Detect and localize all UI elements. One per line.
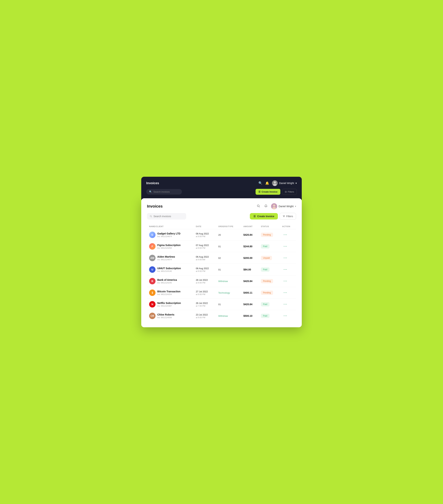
create-invoice-label: Create Invoice (257, 215, 274, 218)
toolbar: ☰ Create Invoice Filters (147, 213, 296, 220)
orders-value-4[interactable]: Withdraw (218, 280, 228, 283)
dark-user-chip[interactable]: Daniel Wright ▾ (272, 180, 297, 186)
cell-amount-5: $400.11 (241, 287, 259, 299)
cell-amount-6: $420.84 (241, 299, 259, 310)
dark-bell-icon: 🔔 (265, 181, 269, 185)
cell-date-5: 27 Jul 2022 at 8:00 PM (194, 287, 216, 299)
action-button-2[interactable]: ··· (282, 255, 289, 261)
create-invoice-icon: ☰ (253, 215, 256, 218)
dark-toolbar: 🔍 Search invoices ☰ Create Invoice ⊟ Fil… (146, 189, 297, 195)
dark-search-magnifier: 🔍 (149, 190, 152, 193)
client-logo-0: G (149, 232, 155, 238)
client-inv-1: Inv: MGL524250 (157, 247, 181, 249)
search-box[interactable] (147, 213, 186, 219)
client-inv-4: Inv: MGL524245 (157, 282, 177, 284)
invoice-time-6: at 7:00 PM (196, 305, 214, 307)
table-row: AM Aiden Martinez Inv: MGL524874 06 Aug … (147, 252, 296, 264)
search-icon-button[interactable] (256, 204, 261, 209)
cell-amount-1: $244.80 (241, 241, 259, 252)
page-title: Invoices (147, 204, 163, 209)
cell-orders-6: 01 (216, 299, 241, 310)
search-input[interactable] (153, 215, 183, 218)
orders-value-0: 20 (218, 234, 221, 236)
client-inv-0: Inv: MGL524874 (157, 235, 180, 237)
status-badge-3: Paid (261, 267, 270, 272)
invoice-time-1: at 8:00 PM (196, 247, 214, 249)
invoice-time-5: at 8:00 PM (196, 293, 214, 295)
cell-orders-5[interactable]: Technology (216, 287, 241, 299)
invoice-date-3: 06 Aug 2022 (196, 267, 214, 270)
cell-action-0[interactable]: ··· (280, 229, 296, 241)
client-inv-6: Inv: MGL524487 (157, 305, 181, 307)
action-button-5[interactable]: ··· (282, 290, 289, 295)
cell-name-5: ₿ Bitcoin Transaction Inv: MGL524254 (147, 287, 194, 299)
status-badge-1: Paid (261, 244, 270, 249)
search-icon (257, 204, 260, 208)
cell-date-7: 23 Jul 2022 at 8:00 PM (194, 310, 216, 322)
table-row: N Netflix Subscription Inv: MGL524487 26… (147, 299, 296, 310)
invoice-amount-4: $420.84 (243, 280, 252, 283)
filters-label: Filters (286, 215, 293, 218)
dark-filter-icon: ⊟ (285, 190, 287, 193)
cell-action-1[interactable]: ··· (280, 241, 296, 252)
create-invoice-button[interactable]: ☰ Create Invoice (250, 213, 278, 219)
client-name-4: Bank of America (157, 278, 177, 281)
cell-date-4: 28 Jul 2022 at 8:00 PM (194, 275, 216, 287)
cell-action-3[interactable]: ··· (280, 264, 296, 275)
bell-icon-button[interactable] (264, 204, 268, 209)
cell-date-6: 26 Jul 2022 at 7:00 PM (194, 299, 216, 310)
orders-value-2: 02 (218, 257, 221, 259)
user-avatar (271, 203, 277, 209)
cell-orders-4[interactable]: Withdraw (216, 275, 241, 287)
col-date: DATE (194, 224, 216, 229)
filters-button[interactable]: Filters (280, 213, 296, 220)
cell-status-6: Paid (259, 299, 280, 310)
cell-action-6[interactable]: ··· (280, 299, 296, 310)
dark-search-box[interactable]: 🔍 Search invoices (146, 189, 182, 195)
invoice-table-body: G Gadget Gallery LTD Inv: MGL524874 08 A… (147, 229, 296, 322)
client-name-2: Aiden Martinez (157, 255, 175, 258)
cell-orders-3: 01 (216, 264, 241, 275)
dark-filters-label: Filters (288, 190, 294, 193)
client-name-6: Netflix Subscription (157, 302, 181, 305)
table-row: CR Chloe Roberts Inv: MGL524598 23 Jul 2… (147, 310, 296, 322)
action-button-6[interactable]: ··· (282, 302, 289, 307)
table-header: NAME/CLIENT DATE ORDERS/TYPE AMOUNT STAT… (147, 224, 296, 229)
cell-action-7[interactable]: ··· (280, 310, 296, 322)
invoice-time-0: at 8:00 PM (196, 235, 214, 237)
orders-value-7[interactable]: Withdraw (218, 315, 228, 317)
toolbar-right: ☰ Create Invoice Filters (250, 213, 296, 220)
cell-orders-0: 20 (216, 229, 241, 241)
dark-user-name: Daniel Wright (279, 182, 294, 185)
cell-orders-1: 01 (216, 241, 241, 252)
cell-action-2[interactable]: ··· (280, 252, 296, 264)
client-name-0: Gadget Gallery LTD (157, 232, 180, 235)
cell-status-7: Paid (259, 310, 280, 322)
cell-action-5[interactable]: ··· (280, 287, 296, 299)
svg-point-2 (257, 205, 259, 207)
user-chip[interactable]: Daniel Wright ▾ (271, 203, 296, 209)
action-button-1[interactable]: ··· (282, 244, 289, 249)
user-name: Daniel Wright (279, 205, 293, 208)
table-row: F Figma Subscription Inv: MGL524250 07 A… (147, 241, 296, 252)
col-orders: ORDERS/TYPE (216, 224, 241, 229)
dark-create-icon: ☰ (258, 190, 261, 193)
action-button-0[interactable]: ··· (282, 232, 289, 237)
client-inv-2: Inv: MGL524874 (157, 258, 175, 261)
invoice-amount-6: $420.84 (243, 303, 252, 306)
dark-create-invoice-button[interactable]: ☰ Create Invoice (256, 189, 280, 195)
dark-filters-button[interactable]: ⊟ Filters (282, 189, 297, 195)
cell-action-4[interactable]: ··· (280, 275, 296, 287)
white-card: Invoices (141, 198, 302, 327)
action-button-4[interactable]: ··· (282, 279, 289, 284)
client-logo-4: B (149, 278, 155, 284)
action-button-3[interactable]: ··· (282, 267, 289, 272)
cell-orders-7[interactable]: Withdraw (216, 310, 241, 322)
dark-header: Invoices 🔍 🔔 Daniel Wright ▾ (146, 180, 297, 186)
card-header-right: Daniel Wright ▾ (256, 203, 296, 209)
invoice-amount-2: $200.00 (243, 256, 252, 259)
action-button-7[interactable]: ··· (282, 313, 289, 319)
orders-value-5[interactable]: Technology (218, 291, 230, 294)
dark-header-right: 🔍 🔔 Daniel Wright ▾ (258, 180, 297, 186)
client-logo-3: U (149, 266, 155, 273)
